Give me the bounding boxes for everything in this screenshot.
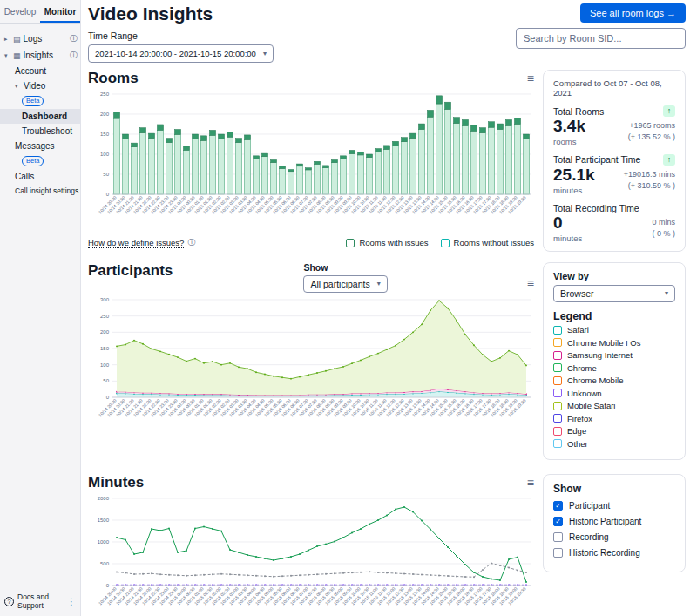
svg-text:150: 150 — [100, 132, 110, 137]
tab-monitor[interactable]: Monitor — [40, 0, 80, 23]
see-all-room-logs-button[interactable]: See all room logs → — [580, 3, 686, 23]
chart-menu-icon[interactable]: ≡ — [527, 277, 534, 289]
stat-value: 25.1k — [553, 166, 595, 185]
option-recording[interactable]: Recording — [553, 532, 675, 542]
checkbox-icon[interactable] — [553, 402, 562, 410]
checkbox-icon[interactable] — [553, 376, 562, 385]
checkbox-icon[interactable] — [553, 532, 563, 542]
sidebar-item-logs[interactable]: ▸ ▤ Logs ⓘ — [0, 30, 80, 47]
sidebar-item-account[interactable]: Account — [0, 64, 80, 78]
participants-title: Participants — [88, 262, 173, 280]
minutes-show-card: Show ✓ Participant ✓ Historic Participan… — [543, 474, 686, 572]
checkbox-icon[interactable] — [553, 414, 562, 423]
beta-badge: Beta — [22, 96, 44, 106]
sidebar-item-call-insight-settings[interactable]: Call insight settings — [0, 184, 80, 198]
chevron-down-icon: ▾ — [377, 280, 381, 288]
checkbox-icon[interactable]: ✓ — [553, 501, 563, 511]
insights-icon: ▦ — [13, 51, 21, 60]
sidebar-footer[interactable]: ? Docs and Support ⋮ — [0, 586, 80, 616]
option-historic-recording[interactable]: Historic Recording — [553, 548, 675, 558]
legend-item-edge[interactable]: Edge — [553, 426, 675, 436]
sidebar-item-messages-beta-badge: Beta — [0, 153, 80, 169]
tab-develop[interactable]: Develop — [0, 0, 40, 23]
option-label: Participant — [569, 501, 610, 511]
checkbox-icon[interactable]: ✓ — [553, 517, 563, 526]
info-icon[interactable]: ⓘ — [187, 237, 195, 248]
svg-text:100: 100 — [100, 152, 110, 157]
stat-unit: rooms — [553, 137, 585, 146]
page-title: Video Insights — [88, 3, 274, 24]
sidebar-mode-tabs: Develop Monitor — [0, 0, 80, 24]
sidebar-item-video[interactable]: ▾ Video — [0, 78, 80, 93]
sidebar-item-troubleshoot[interactable]: Troubleshoot — [0, 124, 80, 139]
option-label: Historic Participant — [569, 517, 641, 526]
svg-text:250: 250 — [100, 91, 110, 97]
date-range-value: 2021-10-14 20:00:00 - 2021-10-15 20:00:0… — [95, 49, 256, 58]
legend-label: Chrome Mobile I Os — [567, 338, 640, 348]
option-participant[interactable]: ✓ Participant — [553, 501, 675, 511]
legend-label: Mobile Safari — [567, 401, 615, 410]
trend-up-icon: ↑ — [663, 105, 675, 117]
legend-item-unknown[interactable]: Unknown — [553, 389, 675, 398]
rooms-stats-card: Compared to Oct 07 - Oct 08, 2021 Total … — [543, 70, 686, 252]
option-historic-participant[interactable]: ✓ Historic Participant — [553, 517, 675, 526]
view-by-select[interactable]: Browser ▾ — [553, 285, 675, 302]
sidebar-item-insights[interactable]: ▾ ▦ Insights ⓘ — [0, 47, 80, 64]
issues-definition-link[interactable]: How do we define issues? — [88, 238, 184, 248]
chart-menu-icon[interactable]: ≡ — [527, 477, 534, 489]
info-icon[interactable]: ⓘ — [70, 33, 78, 44]
sidebar-item-dashboard[interactable]: Dashboard — [0, 109, 80, 124]
main-content: Video Insights Time Range 2021-10-14 20:… — [81, 0, 697, 616]
checkbox-icon[interactable] — [346, 239, 355, 247]
legend-item-mobile-safari[interactable]: Mobile Safari — [553, 401, 675, 410]
legend-label: Chrome — [567, 363, 597, 373]
svg-text:50: 50 — [103, 172, 109, 177]
legend-item-chrome-mobile[interactable]: Chrome Mobile — [553, 376, 675, 385]
checkbox-icon[interactable] — [441, 239, 450, 247]
date-range-picker[interactable]: 2021-10-14 20:00:00 - 2021-10-15 20:00:0… — [88, 44, 274, 63]
legend-rooms-without-issues[interactable]: Rooms without issues — [441, 238, 534, 247]
participants-show-select[interactable]: All participants ▾ — [303, 275, 387, 293]
stat-total-rooms: Total Rooms ↑ 3.4k rooms +1965 rooms (+ … — [553, 105, 675, 146]
more-options-icon[interactable]: ⋮ — [67, 597, 76, 606]
participants-legend-card: View by Browser ▾ Legend Safari Chrome M… — [543, 262, 686, 461]
svg-text:2000: 2000 — [98, 496, 110, 501]
legend-item-samsung-internet[interactable]: Samsung Internet — [553, 350, 675, 360]
stat-delta: +19016.3 mins — [624, 169, 675, 180]
checkbox-icon[interactable] — [553, 389, 562, 397]
participants-chart: 05010015020025030010/14 20:0010/14 20:30… — [88, 293, 534, 434]
legend-item-chrome[interactable]: Chrome — [553, 363, 675, 373]
stat-delta-pct: ( 0 % ) — [652, 228, 675, 240]
stat-value: 3.4k — [553, 118, 585, 136]
sidebar-item-label: Video — [24, 81, 45, 91]
checkbox-icon[interactable] — [553, 548, 563, 558]
search-input[interactable] — [516, 28, 686, 49]
legend-item-chrome-mobile-ios[interactable]: Chrome Mobile I Os — [553, 338, 675, 348]
stat-unit: minutes — [553, 234, 582, 243]
sidebar-item-messages[interactable]: Messages — [0, 139, 80, 153]
app-window: Develop Monitor ▸ ▤ Logs ⓘ ▾ ▦ Insights … — [0, 0, 697, 616]
chevron-right-icon: ▸ — [4, 36, 10, 43]
chevron-down-icon: ▾ — [4, 52, 10, 59]
checkbox-icon[interactable] — [553, 338, 562, 347]
checkbox-icon[interactable] — [553, 427, 562, 436]
legend-label: Edge — [567, 426, 586, 436]
option-label: Historic Recording — [569, 548, 640, 558]
checkbox-icon[interactable] — [553, 363, 562, 372]
checkbox-icon[interactable] — [553, 351, 562, 360]
info-icon[interactable]: ⓘ — [70, 50, 78, 61]
sidebar-item-calls[interactable]: Calls — [0, 169, 80, 184]
minutes-title: Minutes — [88, 474, 144, 491]
checkbox-icon[interactable] — [553, 326, 562, 335]
legend-rooms-with-issues[interactable]: Rooms with issues — [346, 238, 428, 247]
sidebar-item-label: Call insight settings — [15, 186, 78, 195]
svg-text:0: 0 — [106, 192, 110, 197]
checkbox-icon[interactable] — [553, 439, 562, 448]
legend-item-firefox[interactable]: Firefox — [553, 414, 675, 423]
legend-item-safari[interactable]: Safari — [553, 325, 675, 335]
trend-up-icon: ↑ — [663, 154, 675, 166]
legend-item-other[interactable]: Other — [553, 439, 675, 449]
chart-menu-icon[interactable]: ≡ — [527, 72, 534, 85]
legend-label: Rooms with issues — [359, 238, 428, 247]
stat-delta: 0 mins — [652, 217, 675, 228]
